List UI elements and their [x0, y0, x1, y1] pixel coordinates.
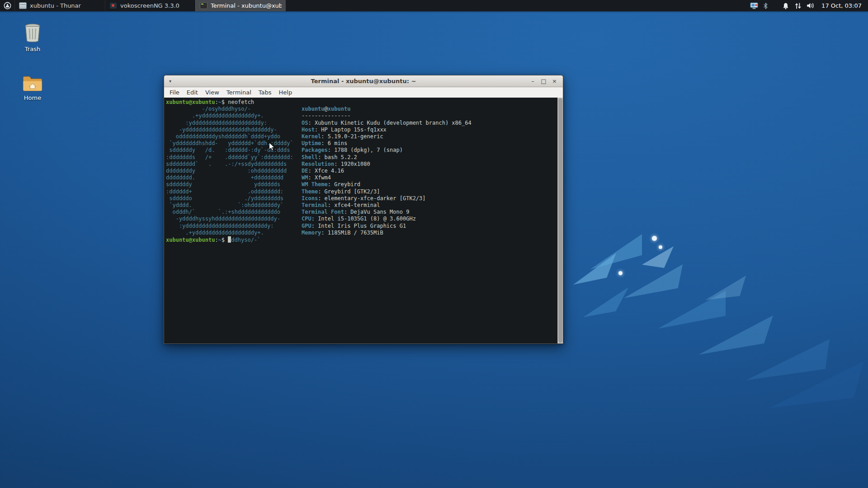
neofetch-field-de: DE: Xfce 4.16 — [302, 168, 472, 174]
applications-menu-button[interactable] — [0, 0, 14, 11]
window-title: Terminal - xubuntu@xubuntu: ~ — [164, 78, 563, 84]
vokoscreen-icon — [109, 2, 117, 9]
clock[interactable]: 17 Oct, 03:07 — [818, 0, 868, 11]
home-folder-icon — [22, 74, 43, 92]
system-tray — [746, 0, 818, 11]
wallpaper-shard — [642, 246, 674, 268]
taskbar-button-label: Terminal - xubuntu@xubunt... — [211, 2, 282, 9]
terminal-remnant-text: ddhyso/-` — [231, 237, 260, 243]
trash-desktop-icon[interactable]: Trash — [15, 23, 50, 52]
mouse-cursor — [269, 142, 275, 153]
thunar-icon — [19, 2, 27, 9]
neofetch-info: xubuntu@xubuntu---------------OS: Xubunt… — [302, 106, 472, 236]
neofetch-field-gpu: GPU: Intel Iris Plus Graphics G1 — [302, 223, 472, 230]
screen: Trash Home ▾ Terminal - xubuntu@xubuntu:… — [0, 0, 868, 488]
trash-icon-label: Trash — [15, 46, 50, 52]
terminal-content[interactable]: xubuntu@xubuntu:~$ neofetch -/osyhdddhys… — [164, 98, 563, 343]
close-button[interactable]: × — [551, 76, 558, 87]
screen-recorder-tray-icon[interactable] — [750, 2, 758, 9]
taskbar-button-3[interactable]: Terminal - xubuntu@xubunt... — [195, 0, 286, 11]
taskbar-button-2[interactable]: vokoscreenNG 3.3.0 — [105, 0, 195, 11]
taskbar: xubuntu - ThunarvokoscreenNG 3.3.0Termin… — [14, 0, 286, 11]
neofetch-field-packages: Packages: 1788 (dpkg), 7 (snap) — [302, 147, 472, 154]
neofetch-field-shell: Shell: bash 5.2.2 — [302, 154, 472, 161]
menu-item-tabs[interactable]: Tabs — [255, 87, 275, 98]
terminal-menubar: FileEditViewTerminalTabsHelp — [164, 87, 563, 98]
neofetch-divider: --------------- — [302, 113, 472, 119]
menu-item-help[interactable]: Help — [275, 87, 296, 98]
taskbar-button-label: xubuntu - Thunar — [30, 2, 81, 9]
window-menu-button[interactable]: ▾ — [169, 75, 171, 87]
wallpaper-shard — [705, 276, 746, 303]
wallpaper-dot — [618, 271, 623, 275]
terminal-text: xubuntu@xubuntu:~$ neofetch -/osyhdddhys… — [166, 99, 557, 343]
neofetch-field-wm: WM: Xfwm4 — [302, 174, 472, 181]
taskbar-button-1[interactable]: xubuntu - Thunar — [14, 0, 105, 11]
maximize-button[interactable]: □ — [540, 76, 547, 87]
menu-item-view[interactable]: View — [202, 87, 223, 98]
neofetch-output: -/osyhdddhyso/- .+yddddddddddddddddy+. :… — [166, 106, 557, 236]
neofetch-field-kernel: Kernel: 5.19.0-21-generic — [302, 133, 472, 140]
neofetch-field-resolution: Resolution: 868x488 — [302, 161, 472, 168]
neofetch-field-terminal-font: Terminal Font: DejaVu Sans Mono 9 — [302, 209, 472, 216]
neofetch-field-cpu: CPU: Intel i5-1035G1 (8) @ 3.600GHz — [302, 216, 472, 222]
window-titlebar[interactable]: ▾ Terminal - xubuntu@xubuntu: ~ –□× — [164, 75, 563, 87]
volume-icon[interactable] — [807, 2, 814, 9]
terminal-task-icon — [200, 2, 208, 9]
notifications-icon[interactable] — [782, 2, 789, 9]
terminal-command: neofetch — [228, 99, 254, 105]
top-panel: xubuntu - ThunarvokoscreenNG 3.3.0Termin… — [0, 0, 868, 11]
bluetooth-icon[interactable] — [763, 2, 768, 9]
terminal-window: ▾ Terminal - xubuntu@xubuntu: ~ –□× File… — [164, 75, 563, 344]
neofetch-title: xubuntu@xubuntu — [302, 106, 472, 113]
neofetch-ascii-art: -/osyhdddhyso/- .+yddddddddddddddddy+. :… — [166, 106, 293, 236]
terminal-scrollbar-thumb[interactable] — [558, 98, 562, 343]
menu-item-terminal[interactable]: Terminal — [223, 87, 255, 98]
xubuntu-logo-icon — [4, 2, 11, 9]
neofetch-field-os: OS: Xubuntu Kinetic Kudu (development br… — [302, 120, 472, 127]
wallpaper-dot — [659, 245, 662, 249]
home-desktop-icon[interactable]: Home — [15, 74, 50, 101]
wallpaper-shard — [583, 285, 628, 317]
neofetch-field-theme: Theme: Greybird [GTK2/3] — [302, 188, 472, 195]
home-icon-label: Home — [15, 94, 50, 101]
window-controls: –□× — [529, 76, 563, 87]
terminal-scrollbar[interactable] — [557, 98, 563, 343]
wallpaper-shard — [624, 264, 683, 303]
trash-icon — [23, 23, 42, 43]
menu-item-edit[interactable]: Edit — [183, 87, 202, 98]
wallpaper-shard — [590, 234, 642, 272]
terminal-prompt-line-1: xubuntu@xubuntu:~$ neofetch — [166, 99, 557, 106]
neofetch-field-uptime: Uptime: 6 mins — [302, 140, 472, 147]
taskbar-button-label: vokoscreenNG 3.3.0 — [120, 2, 179, 9]
neofetch-field-icons: Icons: elementary-xfce-darker [GTK2/3] — [302, 195, 472, 202]
terminal-prompt-line-2: xubuntu@xubuntu:~$ ddhyso/-` — [166, 236, 557, 244]
panel-spacer — [286, 0, 746, 11]
neofetch-field-host: Host: HP Laptop 15s-fq1xxx — [302, 127, 472, 133]
neofetch-info-fields: OS: Xubuntu Kinetic Kudu (development br… — [302, 120, 472, 236]
neofetch-field-memory: Memory: 1185MiB / 7635MiB — [302, 230, 472, 236]
network-icon[interactable] — [794, 2, 802, 9]
minimize-button[interactable]: – — [529, 76, 536, 87]
menu-item-file[interactable]: File — [166, 87, 183, 98]
neofetch-field-terminal: Terminal: xfce4-terminal — [302, 202, 472, 209]
neofetch-field-wm-theme: WM Theme: Greybird — [302, 181, 472, 188]
wallpaper-dot — [652, 236, 657, 241]
